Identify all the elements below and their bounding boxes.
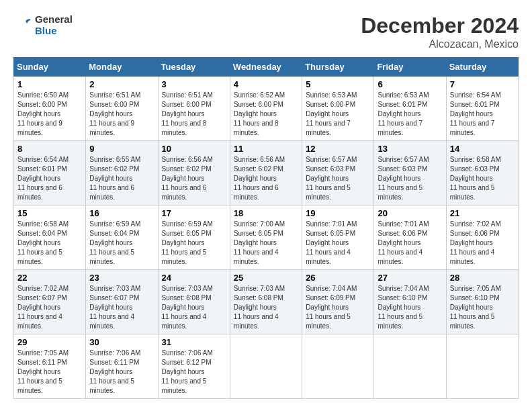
page-header: General Blue December 2024 Alcozacan, Me… xyxy=(13,13,519,50)
sunrise-label: Sunrise: 7:03 AM xyxy=(89,285,140,292)
daylight-value: 11 hours and 5 minutes. xyxy=(378,184,423,201)
daylight-label: Daylight hours xyxy=(450,304,493,311)
daylight-label: Daylight hours xyxy=(306,175,349,182)
calendar-cell: 15 Sunrise: 6:58 AM Sunset: 6:04 PM Dayl… xyxy=(14,205,86,270)
day-info: Sunrise: 6:53 AM Sunset: 6:01 PM Dayligh… xyxy=(378,91,442,138)
daylight-label: Daylight hours xyxy=(450,110,493,118)
calendar-cell: 13 Sunrise: 6:57 AM Sunset: 6:03 PM Dayl… xyxy=(374,141,446,205)
sunset-label: Sunset: 6:05 PM xyxy=(162,230,212,237)
calendar-cell: 6 Sunrise: 6:53 AM Sunset: 6:01 PM Dayli… xyxy=(374,77,446,141)
calendar-cell xyxy=(446,334,518,399)
calendar-week-row: 15 Sunrise: 6:58 AM Sunset: 6:04 PM Dayl… xyxy=(14,205,519,270)
day-number: 22 xyxy=(17,273,82,283)
calendar-cell: 3 Sunrise: 6:51 AM Sunset: 6:00 PM Dayli… xyxy=(158,77,230,141)
daylight-value: 11 hours and 4 minutes. xyxy=(450,248,495,265)
daylight-label: Daylight hours xyxy=(162,175,205,182)
weekday-header-monday: Monday xyxy=(86,58,158,77)
calendar-cell: 28 Sunrise: 7:05 AM Sunset: 6:10 PM Dayl… xyxy=(446,270,518,334)
daylight-label: Daylight hours xyxy=(306,110,349,118)
day-number: 17 xyxy=(162,208,226,218)
day-info: Sunrise: 7:03 AM Sunset: 6:07 PM Dayligh… xyxy=(89,284,154,331)
daylight-value: 11 hours and 8 minutes. xyxy=(162,120,207,136)
daylight-value: 11 hours and 4 minutes. xyxy=(378,248,423,265)
day-info: Sunrise: 6:56 AM Sunset: 6:02 PM Dayligh… xyxy=(234,155,298,202)
sunrise-label: Sunrise: 6:59 AM xyxy=(89,220,140,228)
day-info: Sunrise: 6:58 AM Sunset: 6:03 PM Dayligh… xyxy=(450,155,515,202)
day-number: 1 xyxy=(17,79,82,89)
day-info: Sunrise: 6:59 AM Sunset: 6:04 PM Dayligh… xyxy=(89,220,154,267)
day-info: Sunrise: 6:58 AM Sunset: 6:04 PM Dayligh… xyxy=(17,220,82,267)
sunset-label: Sunset: 6:11 PM xyxy=(17,359,67,366)
sunset-label: Sunset: 6:10 PM xyxy=(450,294,500,302)
sunset-label: Sunset: 6:03 PM xyxy=(450,165,500,173)
daylight-value: 11 hours and 5 minutes. xyxy=(450,313,495,330)
calendar-cell xyxy=(230,334,302,399)
daylight-value: 11 hours and 5 minutes. xyxy=(89,248,134,265)
calendar-cell: 23 Sunrise: 7:03 AM Sunset: 6:07 PM Dayl… xyxy=(86,270,158,334)
daylight-label: Daylight hours xyxy=(234,304,277,311)
day-number: 12 xyxy=(306,144,370,154)
day-number: 13 xyxy=(378,144,442,154)
logo-general: General xyxy=(35,13,73,25)
sunset-label: Sunset: 6:01 PM xyxy=(378,101,427,108)
sunrise-label: Sunrise: 7:06 AM xyxy=(89,349,140,357)
day-info: Sunrise: 7:04 AM Sunset: 6:10 PM Dayligh… xyxy=(378,284,442,331)
day-number: 25 xyxy=(234,273,298,283)
sunrise-label: Sunrise: 6:54 AM xyxy=(450,91,501,99)
sunset-label: Sunset: 6:04 PM xyxy=(17,230,67,237)
daylight-label: Daylight hours xyxy=(378,110,420,118)
sunset-label: Sunset: 6:01 PM xyxy=(450,101,500,108)
day-number: 6 xyxy=(378,79,442,89)
daylight-label: Daylight hours xyxy=(234,175,277,182)
daylight-label: Daylight hours xyxy=(162,304,205,311)
calendar-cell: 9 Sunrise: 6:55 AM Sunset: 6:02 PM Dayli… xyxy=(86,141,158,205)
daylight-label: Daylight hours xyxy=(89,239,132,246)
daylight-value: 11 hours and 5 minutes. xyxy=(17,248,62,265)
logo-blue: Blue xyxy=(35,25,73,36)
daylight-value: 11 hours and 9 minutes. xyxy=(17,120,62,136)
calendar-week-row: 1 Sunrise: 6:50 AM Sunset: 6:00 PM Dayli… xyxy=(14,77,519,141)
daylight-value: 11 hours and 6 minutes. xyxy=(234,184,279,201)
sunrise-label: Sunrise: 6:59 AM xyxy=(162,220,213,228)
calendar-cell: 31 Sunrise: 7:06 AM Sunset: 6:12 PM Dayl… xyxy=(158,334,230,399)
day-info: Sunrise: 7:02 AM Sunset: 6:07 PM Dayligh… xyxy=(17,284,82,331)
sunrise-label: Sunrise: 6:56 AM xyxy=(234,156,285,163)
day-number: 10 xyxy=(162,144,226,154)
calendar-cell: 10 Sunrise: 6:56 AM Sunset: 6:02 PM Dayl… xyxy=(158,141,230,205)
weekday-header-row: SundayMondayTuesdayWednesdayThursdayFrid… xyxy=(14,58,519,77)
sunrise-label: Sunrise: 6:57 AM xyxy=(378,156,429,163)
calendar-cell: 29 Sunrise: 7:05 AM Sunset: 6:11 PM Dayl… xyxy=(14,334,86,399)
daylight-label: Daylight hours xyxy=(17,239,60,246)
day-info: Sunrise: 7:06 AM Sunset: 6:12 PM Dayligh… xyxy=(162,349,226,396)
daylight-value: 11 hours and 6 minutes. xyxy=(89,184,134,201)
sunrise-label: Sunrise: 7:05 AM xyxy=(17,349,69,357)
daylight-value: 11 hours and 5 minutes. xyxy=(17,377,62,394)
calendar-cell xyxy=(374,334,446,399)
daylight-label: Daylight hours xyxy=(162,368,205,375)
sunrise-label: Sunrise: 6:51 AM xyxy=(162,91,213,99)
daylight-value: 11 hours and 4 minutes. xyxy=(89,313,134,330)
calendar-cell: 22 Sunrise: 7:02 AM Sunset: 6:07 PM Dayl… xyxy=(14,270,86,334)
calendar-week-row: 29 Sunrise: 7:05 AM Sunset: 6:11 PM Dayl… xyxy=(14,334,519,399)
daylight-value: 11 hours and 9 minutes. xyxy=(89,120,134,136)
daylight-value: 11 hours and 4 minutes. xyxy=(234,313,279,330)
daylight-label: Daylight hours xyxy=(162,110,205,118)
day-number: 23 xyxy=(89,273,154,283)
daylight-label: Daylight hours xyxy=(234,239,277,246)
calendar-cell: 4 Sunrise: 6:52 AM Sunset: 6:00 PM Dayli… xyxy=(230,77,302,141)
daylight-value: 11 hours and 5 minutes. xyxy=(306,313,351,330)
calendar-cell: 27 Sunrise: 7:04 AM Sunset: 6:10 PM Dayl… xyxy=(374,270,446,334)
sunset-label: Sunset: 6:08 PM xyxy=(234,294,283,302)
sunrise-label: Sunrise: 6:53 AM xyxy=(306,91,357,99)
day-number: 3 xyxy=(162,79,226,89)
day-info: Sunrise: 6:56 AM Sunset: 6:02 PM Dayligh… xyxy=(162,155,226,202)
daylight-label: Daylight hours xyxy=(378,304,420,311)
calendar-cell: 12 Sunrise: 6:57 AM Sunset: 6:03 PM Dayl… xyxy=(302,141,374,205)
sunrise-label: Sunrise: 6:53 AM xyxy=(378,91,429,99)
day-info: Sunrise: 6:52 AM Sunset: 6:00 PM Dayligh… xyxy=(234,91,298,138)
daylight-value: 11 hours and 4 minutes. xyxy=(17,313,62,330)
calendar-cell: 18 Sunrise: 7:00 AM Sunset: 6:05 PM Dayl… xyxy=(230,205,302,270)
sunrise-label: Sunrise: 6:57 AM xyxy=(306,156,357,163)
day-number: 11 xyxy=(234,144,298,154)
day-number: 24 xyxy=(162,273,226,283)
